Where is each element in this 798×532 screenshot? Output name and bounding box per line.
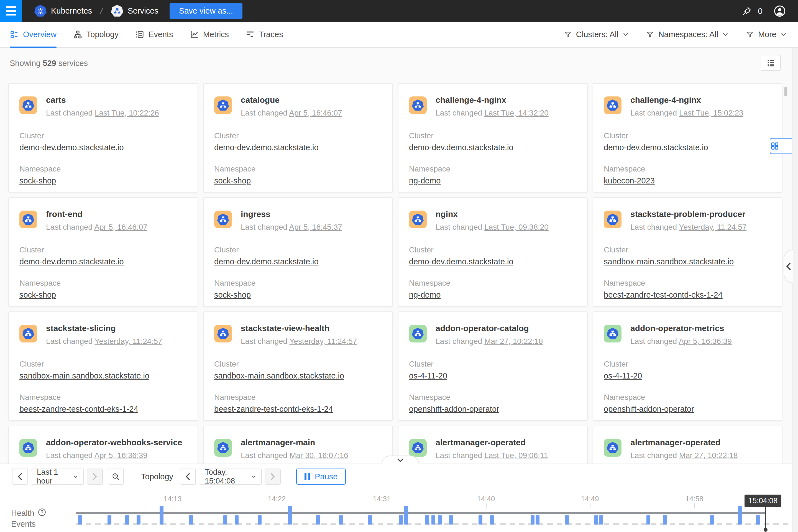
event-bar[interactable] xyxy=(663,515,667,525)
playhead-line[interactable] xyxy=(765,505,766,529)
tab-topology[interactable]: Topology xyxy=(73,22,119,48)
namespace-link[interactable]: kubecon-2023 xyxy=(604,176,655,185)
event-bar[interactable] xyxy=(738,506,742,525)
last-changed-link[interactable]: Yesterday, 11:24:57 xyxy=(679,223,746,231)
last-changed-link[interactable]: Apr 5, 16:46:07 xyxy=(94,223,147,231)
user-avatar[interactable] xyxy=(774,5,786,17)
cluster-link[interactable]: demo-dev.demo.stackstate.io xyxy=(604,143,708,152)
event-bar[interactable] xyxy=(189,515,193,525)
event-bar[interactable] xyxy=(432,515,435,525)
event-bar[interactable] xyxy=(316,515,320,525)
event-bar[interactable] xyxy=(646,515,650,525)
last-changed-link[interactable]: Last Tue, 10:22:26 xyxy=(95,109,159,117)
vertical-scrollbar[interactable] xyxy=(784,87,787,96)
service-name[interactable]: stackstate-problem-producer xyxy=(630,209,745,219)
last-changed-link[interactable]: Apr 5, 16:46:07 xyxy=(289,109,342,117)
service-name[interactable]: catalogue xyxy=(241,95,280,105)
clusters-filter[interactable]: Clusters: All xyxy=(564,30,628,39)
event-bar[interactable] xyxy=(536,515,539,525)
event-bar[interactable] xyxy=(490,515,494,525)
service-name[interactable]: carts xyxy=(46,95,66,105)
last-changed-link[interactable]: Apr 5, 16:36:39 xyxy=(679,337,732,345)
service-name[interactable]: challenge-4-nginx xyxy=(630,95,701,105)
playhead-handle[interactable] xyxy=(764,528,767,532)
right-panel-expand-handle[interactable] xyxy=(784,249,793,283)
last-changed-link[interactable]: Last Tue, 14:32:20 xyxy=(484,109,549,117)
hamburger-menu-button[interactable] xyxy=(0,0,22,22)
namespace-link[interactable]: sock-shop xyxy=(214,290,251,300)
last-changed-link[interactable]: Yesterday, 11:24:57 xyxy=(94,337,162,345)
service-name[interactable]: front-end xyxy=(46,209,82,219)
event-bar[interactable] xyxy=(438,515,442,525)
breadcrumb-view[interactable]: Services xyxy=(128,6,158,16)
timeline-collapse-button[interactable] xyxy=(382,456,419,464)
event-bar[interactable] xyxy=(399,515,403,525)
service-name[interactable]: nginx xyxy=(436,209,458,219)
event-bar[interactable] xyxy=(235,515,239,525)
more-filters[interactable]: More xyxy=(746,30,786,39)
event-bar[interactable] xyxy=(258,515,262,525)
namespace-link[interactable]: beest-zandre-test-contd-eks-1-24 xyxy=(19,404,138,414)
event-bar[interactable] xyxy=(78,515,82,525)
breadcrumb-app[interactable]: Kubernetes xyxy=(51,6,92,16)
last-changed-link[interactable]: Last Tue, 09:38:20 xyxy=(484,223,549,231)
help-icon[interactable] xyxy=(38,508,46,518)
event-bar[interactable] xyxy=(108,515,111,525)
cluster-link[interactable]: demo-dev.demo.stackstate.io xyxy=(19,257,124,266)
event-bar[interactable] xyxy=(531,515,534,525)
event-bar[interactable] xyxy=(599,515,603,525)
event-bar[interactable] xyxy=(594,515,598,525)
cluster-link[interactable]: demo-dev.demo.stackstate.io xyxy=(214,143,319,152)
namespace-link[interactable]: openshift-addon-operator xyxy=(409,404,499,414)
cluster-link[interactable]: demo-dev.demo.stackstate.io xyxy=(409,257,513,266)
event-bar[interactable] xyxy=(756,515,760,525)
pin-icon[interactable] xyxy=(742,6,752,16)
cluster-link[interactable]: os-4-11-20 xyxy=(409,371,447,380)
event-bar[interactable] xyxy=(404,506,408,525)
event-bar[interactable] xyxy=(478,515,482,525)
tab-overview[interactable]: Overview xyxy=(10,22,57,48)
service-name[interactable]: stackstate-view-health xyxy=(241,324,329,333)
last-changed-link[interactable]: Apr 5, 16:45:37 xyxy=(289,223,342,231)
last-changed-link[interactable]: Last Tue, 15:02:23 xyxy=(679,109,743,117)
cluster-link[interactable]: demo-dev.demo.stackstate.io xyxy=(409,143,513,152)
save-view-as-button[interactable]: Save view as... xyxy=(170,3,243,19)
service-name[interactable]: ingress xyxy=(241,209,270,219)
event-bar[interactable] xyxy=(288,506,292,525)
cluster-link[interactable]: demo-dev.demo.stackstate.io xyxy=(19,143,124,152)
namespaces-filter[interactable]: Namespaces: All xyxy=(646,30,728,39)
service-name[interactable]: addon-operator-webhooks-service xyxy=(46,438,182,447)
service-name[interactable]: addon-operator-catalog xyxy=(436,324,529,333)
namespace-link[interactable]: sock-shop xyxy=(214,176,251,185)
event-bar[interactable] xyxy=(339,515,343,525)
service-name[interactable]: alertmanager-main xyxy=(241,438,315,447)
last-changed-link[interactable]: Mar 27, 10:22:18 xyxy=(484,337,543,345)
last-changed-link[interactable]: Mar 30, 16:07:16 xyxy=(289,451,348,460)
cluster-link[interactable]: sandbox-main.sandbox.stackstate.io xyxy=(19,371,149,380)
event-bar[interactable] xyxy=(159,506,164,525)
event-bar[interactable] xyxy=(425,515,429,525)
service-name[interactable]: alertmanager-operated xyxy=(630,438,720,447)
service-name[interactable]: addon-operator-metrics xyxy=(630,324,724,333)
event-bar[interactable] xyxy=(710,515,714,525)
last-changed-link[interactable]: Last Tue, 09:06:11 xyxy=(484,451,548,460)
event-bar[interactable] xyxy=(125,515,129,525)
service-name[interactable]: stackstate-slicing xyxy=(46,324,116,333)
namespace-link[interactable]: ng-demo xyxy=(409,290,440,300)
tab-events[interactable]: Events xyxy=(135,22,173,48)
event-bar[interactable] xyxy=(449,515,453,525)
namespace-link[interactable]: ng-demo xyxy=(409,176,440,185)
cluster-link[interactable]: os-4-11-20 xyxy=(604,371,642,380)
tab-traces[interactable]: Traces xyxy=(246,22,283,48)
tab-metrics[interactable]: Metrics xyxy=(190,22,229,48)
namespace-link[interactable]: beest-zandre-test-contd-eks-1-24 xyxy=(214,404,333,414)
cluster-link[interactable]: sandbox-main.sandbox.stackstate.io xyxy=(214,371,344,380)
last-changed-link[interactable]: Apr 5, 16:36:39 xyxy=(94,451,147,460)
event-bar[interactable] xyxy=(565,515,569,525)
cluster-link[interactable]: demo-dev.demo.stackstate.io xyxy=(214,257,319,266)
namespace-link[interactable]: openshift-addon-operator xyxy=(604,404,694,414)
namespace-link[interactable]: sock-shop xyxy=(19,176,56,185)
event-bar[interactable] xyxy=(223,515,227,525)
namespace-link[interactable]: beest-zandre-test-contd-eks-1-24 xyxy=(604,290,723,300)
namespace-link[interactable]: sock-shop xyxy=(19,290,56,300)
